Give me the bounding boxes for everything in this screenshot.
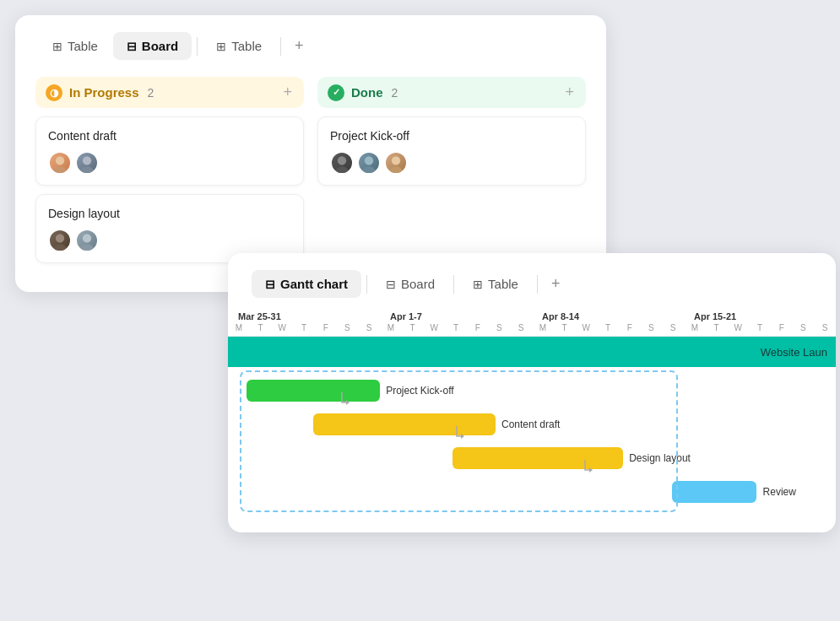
tab-gantt-board[interactable]: ⊟ Board — [372, 270, 448, 298]
board-columns: ◑ In Progress 2 + Content draft — [35, 77, 586, 272]
gantt-days-apr8: M T W T F S S — [532, 323, 684, 332]
week-label-mar25: Mar 25-31 — [228, 311, 380, 323]
gantt-days-apr15: M T W T F S S — [684, 323, 836, 332]
gantt-tab-bar-inner: ⊟ Gantt chart ⊟ Board ⊞ Table + — [248, 270, 816, 298]
day-t1: T — [250, 323, 272, 332]
gantt-bars-area: Project Kick-off Content draft — [228, 367, 836, 516]
gantt-tab-divider-2 — [453, 275, 454, 294]
board-card: ⊞ Table ⊟ Board ⊞ Table + ◑ In Progress … — [15, 15, 606, 292]
task-title-project-kickoff: Project Kick-off — [330, 129, 573, 143]
tab-gantt-table[interactable]: ⊞ Table — [459, 270, 532, 298]
svg-point-7 — [80, 244, 93, 252]
tab-divider-2 — [280, 37, 281, 56]
in-progress-add-button[interactable]: + — [281, 84, 294, 101]
website-launch-label: Website Laun — [761, 346, 827, 359]
in-progress-title: In Progress — [69, 85, 139, 100]
table-icon-1: ⊞ — [52, 40, 62, 53]
column-done: ✓ Done 2 + Project Kick-off — [317, 77, 586, 272]
dep-arrow-1 — [338, 392, 363, 409]
gantt-week-apr15: Apr 15-21 M T W T F S S — [684, 311, 836, 332]
week-label-apr1: Apr 1-7 — [380, 311, 532, 323]
svg-marker-14 — [346, 400, 350, 405]
day-su4: S — [814, 323, 836, 332]
svg-point-3 — [80, 166, 93, 175]
day-w2: W — [423, 323, 445, 332]
day-su1: S — [358, 323, 380, 332]
day-f1: F — [315, 323, 337, 332]
day-m2: M — [380, 323, 402, 332]
in-progress-count: 2 — [148, 86, 154, 100]
day-f3: F — [619, 323, 641, 332]
tab-table-2[interactable]: ⊞ Table — [203, 32, 275, 60]
column-in-progress: ◑ In Progress 2 + Content draft — [35, 77, 304, 272]
done-icon: ✓ — [328, 84, 344, 101]
task-title-design-layout: Design layout — [48, 207, 291, 220]
svg-point-2 — [83, 156, 91, 165]
board-icon-1: ⊟ — [127, 40, 137, 53]
task-avatars-content-draft — [48, 151, 291, 175]
gantt-board-icon: ⊟ — [386, 278, 396, 291]
gantt-card: ⊟ Gantt chart ⊟ Board ⊞ Table + Mar 25-3… — [228, 253, 836, 532]
day-th4: T — [749, 323, 771, 332]
day-m3: M — [532, 323, 554, 332]
gantt-body: Website Laun Project Kick-off — [228, 337, 836, 516]
day-s1: S — [337, 323, 359, 332]
svg-marker-16 — [589, 467, 593, 472]
gantt-tab-divider-3 — [537, 275, 538, 294]
bar-content-label: Content draft — [501, 418, 560, 430]
gantt-row-review: Review — [228, 475, 836, 509]
done-count: 2 — [392, 86, 398, 100]
bar-review — [672, 481, 757, 503]
svg-point-13 — [389, 166, 402, 175]
avatar-5 — [330, 151, 354, 175]
avatar-1 — [48, 151, 72, 175]
day-su3: S — [662, 323, 684, 332]
tab-table-1-label: Table — [68, 39, 98, 53]
day-f4: F — [771, 323, 793, 332]
day-w3: W — [575, 323, 597, 332]
task-card-content-draft: Content draft — [35, 116, 304, 186]
avatar-7 — [384, 151, 408, 175]
day-s4: S — [793, 323, 815, 332]
avatar-4 — [75, 229, 99, 252]
tab-gantt-table-label: Table — [488, 277, 518, 291]
day-w1: W — [271, 323, 293, 332]
svg-point-10 — [365, 156, 373, 165]
done-add-button[interactable]: + — [563, 84, 576, 101]
day-th3: T — [597, 323, 619, 332]
gantt-top-bar: Website Laun — [228, 337, 836, 367]
svg-point-8 — [338, 156, 346, 165]
column-header-done: ✓ Done 2 + — [317, 77, 586, 108]
week-label-apr15: Apr 15-21 — [684, 311, 836, 323]
board-add-tab-button[interactable]: + — [286, 32, 312, 60]
gantt-days-mar25: M T W T F S S — [228, 323, 380, 332]
tab-gantt-board-label: Board — [401, 277, 435, 291]
gantt-row-kickoff: Project Kick-off — [228, 374, 836, 408]
gantt-week-header: Mar 25-31 M T W T F S S Apr 1-7 M T W T — [228, 311, 836, 337]
gantt-days-apr1: M T W T F S S — [380, 323, 532, 332]
tab-gantt[interactable]: ⊟ Gantt chart — [252, 270, 361, 298]
gantt-week-apr1: Apr 1-7 M T W T F S S — [380, 311, 532, 332]
bar-kickoff-label: Project Kick-off — [386, 385, 453, 397]
gantt-add-tab-button[interactable]: + — [543, 270, 569, 298]
gantt-tab-divider-1 — [366, 275, 367, 294]
svg-point-11 — [362, 166, 375, 175]
task-title-content-draft: Content draft — [48, 129, 291, 143]
day-t3: T — [554, 323, 576, 332]
svg-point-6 — [83, 234, 91, 242]
svg-point-4 — [56, 234, 64, 242]
table-icon-2: ⊞ — [216, 40, 226, 53]
tab-board[interactable]: ⊟ Board — [113, 32, 192, 60]
day-t2: T — [402, 323, 424, 332]
task-card-project-kickoff: Project Kick-off — [317, 116, 586, 186]
bar-design-label: Design layout — [629, 452, 691, 464]
tab-table-1[interactable]: ⊞ Table — [39, 32, 111, 60]
gantt-tab-bar: ⊟ Gantt chart ⊟ Board ⊞ Table + — [228, 270, 836, 298]
svg-point-12 — [392, 156, 400, 165]
tab-table-2-label: Table — [231, 39, 262, 53]
svg-point-9 — [335, 166, 348, 175]
svg-marker-15 — [461, 434, 464, 439]
week-label-apr8: Apr 8-14 — [532, 311, 684, 323]
day-m4: M — [684, 323, 706, 332]
avatar-3 — [48, 229, 72, 252]
